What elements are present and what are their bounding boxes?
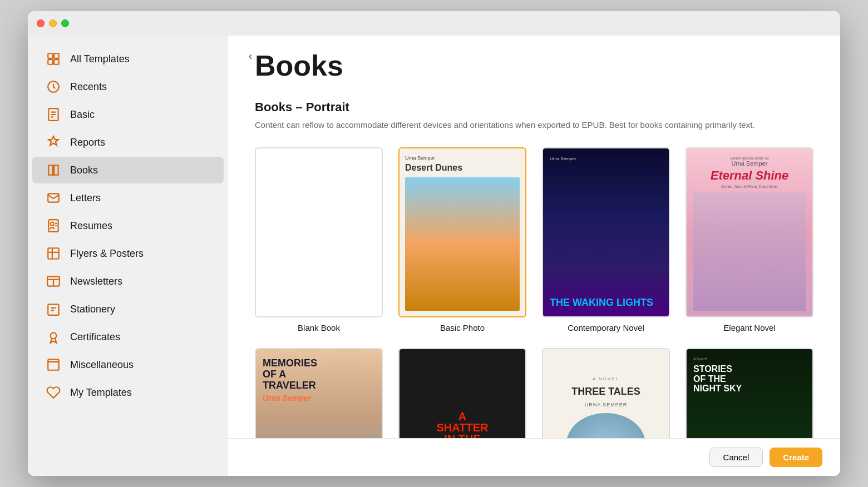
eternal-title: Eternal Shine <box>693 169 806 182</box>
create-button[interactable]: Create <box>770 448 822 467</box>
sidebar-item-my-templates[interactable]: My Templates <box>32 379 224 406</box>
template-elegant-novel[interactable]: Lorem Ipsum Dolor Sit Uma Semper Eternal… <box>685 147 813 333</box>
svg-point-11 <box>51 222 55 226</box>
sidebar-label-books: Books <box>70 165 98 176</box>
cancel-button[interactable]: Cancel <box>709 448 763 467</box>
templates-grid: Blank Book Urna Semper Desert Dunes <box>255 147 813 476</box>
flyer-icon <box>46 246 61 261</box>
three-tales-author: URNA SEMPER <box>585 402 628 408</box>
sidebar-label-flyers-posters: Flyers & Posters <box>70 248 144 260</box>
sidebar-item-letters[interactable]: Letters <box>32 185 224 211</box>
memories-author: Urna Semper <box>263 394 375 402</box>
waking-lights-title: THE WAKING LIGHTS <box>550 297 662 309</box>
svg-rect-2 <box>48 59 53 64</box>
eternal-subtitle: Donec, Arcu et Risus Diam Amet <box>693 185 806 188</box>
svg-rect-14 <box>48 248 59 259</box>
sidebar-label-letters: Letters <box>70 192 101 204</box>
svg-rect-21 <box>48 362 59 370</box>
basic-photo-label: Basic Photo <box>440 323 485 332</box>
certificate-icon <box>46 329 61 345</box>
eternal-image <box>693 192 806 311</box>
clock-icon <box>46 79 61 95</box>
desert-image <box>405 177 520 311</box>
basic-photo-thumbnail: Urna Semper Desert Dunes <box>398 147 526 318</box>
sidebar-item-stationery[interactable]: Stationery <box>32 296 224 322</box>
badge-icon <box>46 135 61 150</box>
close-button[interactable] <box>37 19 45 27</box>
elegant-novel-thumbnail: Lorem Ipsum Dolor Sit Uma Semper Eternal… <box>685 147 813 318</box>
letters-icon <box>46 190 61 206</box>
elegant-novel-label: Elegant Novel <box>723 323 775 332</box>
template-blank-book[interactable]: Blank Book <box>255 147 383 333</box>
sidebar-label-all-templates: All Templates <box>70 53 130 65</box>
three-tales-novel: A Novel <box>593 376 619 381</box>
svg-rect-3 <box>54 59 59 64</box>
section-description: Content can reflow to accommodate differ… <box>255 119 756 132</box>
svg-rect-1 <box>54 53 59 58</box>
sidebar-item-miscellaneous[interactable]: Miscellaneous <box>32 351 224 378</box>
sidebar-label-reports: Reports <box>70 137 105 148</box>
sidebar-item-all-templates[interactable]: All Templates <box>32 46 224 72</box>
three-tales-title: THREE TALES <box>571 386 640 397</box>
doc-icon <box>46 107 61 122</box>
sidebar-item-flyers-posters[interactable]: Flyers & Posters <box>32 240 224 267</box>
waking-lights-author: Urna Semper <box>550 156 662 161</box>
resume-icon <box>46 218 61 233</box>
sidebar-label-newsletters: Newsletters <box>70 276 122 287</box>
sidebar-label-my-templates: My Templates <box>70 387 132 399</box>
main-panel: ‹ Books Books – Portrait Content can ref… <box>228 36 840 476</box>
sidebar-item-newsletters[interactable]: Newsletters <box>32 268 224 295</box>
sidebar-label-certificates: Certificates <box>70 331 120 343</box>
app-window: All Templates Recents <box>28 11 840 476</box>
main-content: Books Books – Portrait Content can reflo… <box>228 36 840 476</box>
svg-point-20 <box>51 332 57 339</box>
template-contemporary-novel[interactable]: Urna Semper THE WAKING LIGHTS Contempora… <box>542 147 670 333</box>
page-title: Books <box>255 49 813 82</box>
grid-icon <box>46 51 61 67</box>
section-title: Books – Portrait <box>255 100 813 115</box>
blank-book-thumbnail <box>255 147 383 318</box>
sidebar-item-reports[interactable]: Reports <box>32 129 224 156</box>
maximize-button[interactable] <box>61 19 69 27</box>
sidebar-label-resumes: Resumes <box>70 220 112 232</box>
titlebar <box>28 11 840 36</box>
eternal-lorem: Lorem Ipsum Dolor Sit <box>693 156 806 160</box>
sidebar-item-certificates[interactable]: Certificates <box>32 324 224 350</box>
cover-desert-dunes-title: Desert Dunes <box>405 163 520 173</box>
newsletter-icon <box>46 274 61 289</box>
sidebar-item-books[interactable]: Books <box>32 157 224 183</box>
eternal-author: Uma Semper <box>693 160 806 167</box>
sidebar-label-recents: Recents <box>70 81 107 93</box>
heart-icon <box>46 385 61 400</box>
contemporary-novel-thumbnail: Urna Semper THE WAKING LIGHTS <box>542 147 670 318</box>
memories-title: Memoriesof aTraveler <box>263 358 375 391</box>
sidebar-item-basic[interactable]: Basic <box>32 101 224 128</box>
sidebar-label-stationery: Stationery <box>70 304 115 315</box>
bottom-bar: Cancel Create <box>228 438 840 476</box>
stories-title: STORIESOF THENIGHT SKY <box>693 364 806 394</box>
template-basic-photo[interactable]: Urna Semper Desert Dunes Basic Photo <box>398 147 526 333</box>
minimize-button[interactable] <box>49 19 57 27</box>
traffic-lights <box>37 19 69 27</box>
stories-novel: A Novel <box>693 357 806 361</box>
misc-icon <box>46 357 61 372</box>
blank-book-label: Blank Book <box>298 323 340 332</box>
book-icon <box>46 162 61 178</box>
sidebar-item-recents[interactable]: Recents <box>32 73 224 100</box>
svg-rect-0 <box>48 53 53 58</box>
section-portrait: Books – Portrait Content can reflow to a… <box>255 100 813 476</box>
sidebar-label-miscellaneous: Miscellaneous <box>70 359 134 371</box>
back-button[interactable]: ‹ <box>241 47 259 64</box>
sidebar-item-resumes[interactable]: Resumes <box>32 212 224 239</box>
stationery-icon <box>46 301 61 317</box>
sidebar: All Templates Recents <box>28 36 228 476</box>
content-area: All Templates Recents <box>28 36 840 476</box>
sidebar-label-basic: Basic <box>70 109 95 121</box>
contemporary-novel-label: Contemporary Novel <box>568 323 644 332</box>
cover-small-text: Urna Semper <box>405 155 520 161</box>
